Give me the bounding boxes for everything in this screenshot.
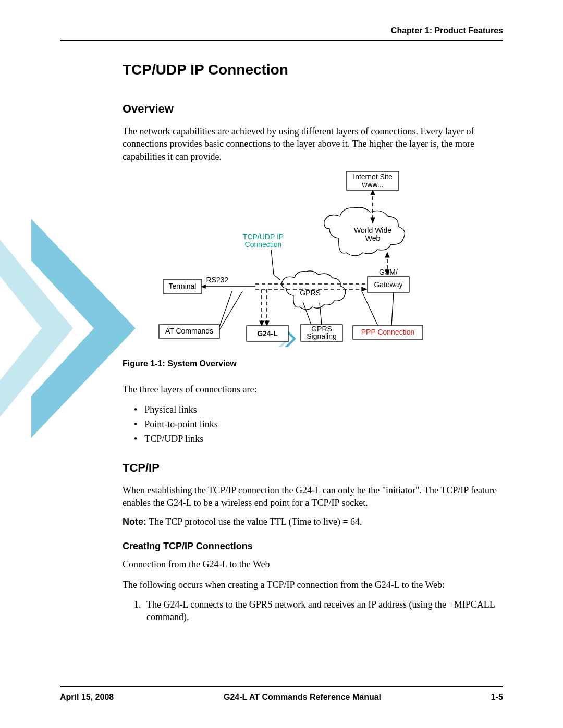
svg-text:World Wide: World Wide	[354, 226, 391, 235]
list-item: Physical links	[134, 403, 503, 417]
overview-heading: Overview	[123, 102, 503, 116]
list-item: The G24-L connects to the GPRS network a…	[143, 598, 503, 624]
svg-text:Terminal: Terminal	[169, 282, 197, 290]
svg-text:TCP/UDP IP: TCP/UDP IP	[243, 232, 284, 241]
svg-text:Signaling: Signaling	[307, 332, 337, 340]
system-overview-figure: Internet Site www... World Wide Web TCP/…	[123, 170, 503, 350]
note-label: Note:	[123, 516, 146, 527]
note-text: The TCP protocol use the value TTL (Time…	[146, 516, 362, 527]
page-header: Chapter 1: Product Features	[60, 26, 503, 41]
svg-text:AT Commands: AT Commands	[165, 327, 213, 335]
chapter-label: Chapter 1: Product Features	[391, 26, 503, 35]
svg-text:www...: www...	[361, 180, 383, 189]
creating-steps: The G24-L connects to the GPRS network a…	[143, 598, 503, 624]
footer-page: 1-5	[491, 693, 503, 702]
creating-line2: The following occurs when creating a TCP…	[123, 578, 503, 591]
list-item: TCP/UDP links	[134, 432, 503, 447]
tcpip-heading: TCP/IP	[123, 461, 503, 475]
creating-line1: Connection from the G24-L to the Web	[123, 558, 503, 571]
svg-text:Internet Site: Internet Site	[353, 172, 393, 181]
svg-text:GPRS: GPRS	[300, 289, 321, 297]
page-footer: April 15, 2008 G24-L AT Commands Referen…	[60, 686, 503, 702]
svg-text:Web: Web	[365, 234, 381, 242]
svg-text:Gateway: Gateway	[374, 280, 402, 289]
figure-caption: Figure 1-1: System Overview	[123, 359, 503, 368]
footer-date: April 15, 2008	[60, 693, 114, 702]
svg-text:GSM/: GSM/	[379, 268, 398, 276]
creating-heading: Creating TCP/IP Connections	[123, 541, 503, 552]
svg-text:G24-L: G24-L	[257, 329, 278, 338]
list-item: Point-to-point links	[134, 417, 503, 432]
overview-paragraph: The network capabilities are achieved by…	[123, 125, 503, 163]
svg-text:PPP Connection: PPP Connection	[361, 328, 414, 336]
page-title: TCP/UDP IP Connection	[123, 61, 503, 78]
layers-intro: The three layers of connections are:	[123, 383, 503, 396]
footer-manual: G24-L AT Commands Reference Manual	[224, 693, 381, 702]
svg-text:Connection: Connection	[245, 240, 282, 249]
svg-text:RS232: RS232	[206, 276, 229, 284]
layers-list: Physical links Point-to-point links TCP/…	[134, 403, 503, 447]
note-block: Note: The TCP protocol use the value TTL…	[123, 516, 503, 527]
tcpip-paragraph: When establishing the TCP/IP connection …	[123, 484, 503, 510]
